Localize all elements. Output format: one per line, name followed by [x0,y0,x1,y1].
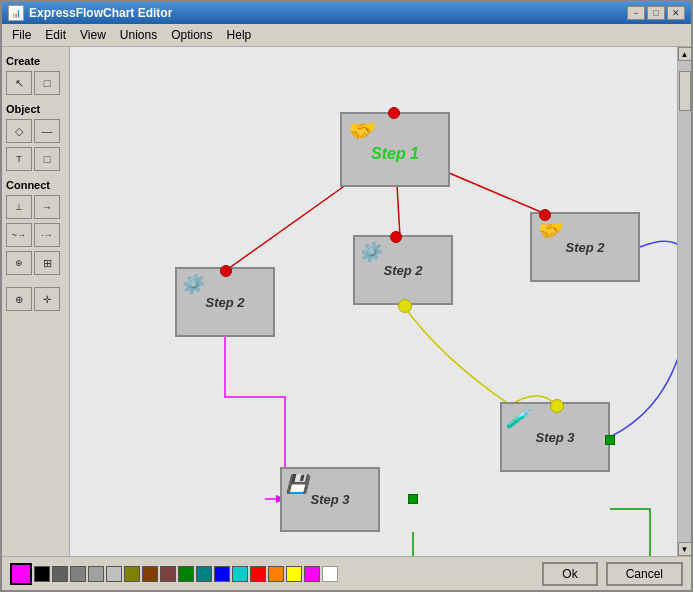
color-teal[interactable] [196,566,212,582]
cancel-button[interactable]: Cancel [606,562,683,586]
tool-conn1[interactable]: ⊥ [6,195,32,219]
node-step2c[interactable]: ⚙️ Step 2 [175,267,275,337]
tool-pan[interactable]: ✛ [34,287,60,311]
maximize-button[interactable]: □ [647,6,665,20]
tool-rect[interactable]: □ [34,71,60,95]
bottom-bar: Ok Cancel [2,556,691,590]
create-label: Create [6,55,65,67]
node3b-icon: 💾 [286,473,308,495]
node-step2a[interactable]: 🤝 Step 2 [530,212,640,282]
node-step3b[interactable]: 💾 Step 3 [280,467,380,532]
red-dot-1 [388,107,400,119]
window-controls: − □ ✕ [627,6,685,20]
color-light-gray[interactable] [106,566,122,582]
color-maroon[interactable] [160,566,176,582]
color-black[interactable] [34,566,50,582]
app-icon: 📊 [8,5,24,21]
color-palette [10,563,338,585]
red-dot-2 [539,209,551,221]
menu-file[interactable]: File [6,26,37,44]
red-dot-3 [390,231,402,243]
red-dot-4 [220,265,232,277]
tool-line[interactable]: — [34,119,60,143]
tool-box[interactable]: □ [34,147,60,171]
green-square-2 [605,435,615,445]
tool-text[interactable]: T [6,147,32,171]
connect-tools-2: ~→ ·→ [6,223,65,247]
title-bar: 📊 ExpressFlowChart Editor − □ ✕ [2,2,691,24]
ok-button[interactable]: Ok [542,562,597,586]
menu-options[interactable]: Options [165,26,218,44]
create-tools: ↖ □ [6,71,65,95]
color-red[interactable] [250,566,266,582]
zoom-tools: ⊕ ✛ [6,287,65,311]
color-yellow[interactable] [286,566,302,582]
menu-bar: File Edit View Unions Options Help [2,24,691,47]
node2a-icon: 🤝 [536,218,561,242]
node2c-label: Step 2 [205,295,244,310]
node2a-label: Step 2 [565,240,604,255]
node2b-icon: ⚙️ [359,241,381,263]
canvas-area[interactable]: 🤝 Step 1 🤝 Step 2 ⚙️ Step 2 ⚙️ Step 2 🧪 [70,47,677,556]
tool-diamond[interactable]: ◇ [6,119,32,143]
color-olive[interactable] [124,566,140,582]
color-cyan[interactable] [232,566,248,582]
color-gray[interactable] [70,566,86,582]
color-silver[interactable] [88,566,104,582]
green-square-1 [408,494,418,504]
color-green[interactable] [178,566,194,582]
color-white[interactable] [322,566,338,582]
node3b-label: Step 3 [310,492,349,507]
tool-conn5[interactable]: ⊕ [6,251,32,275]
tool-conn3[interactable]: ~→ [6,223,32,247]
color-orange[interactable] [268,566,284,582]
object-label: Object [6,103,65,115]
color-blue[interactable] [214,566,230,582]
yellow-dot-2 [550,399,564,413]
minimize-button[interactable]: − [627,6,645,20]
node1-icon: 🤝 [346,118,373,144]
object-tools-2: T □ [6,147,65,171]
scroll-thumb[interactable] [679,71,691,111]
menu-view[interactable]: View [74,26,112,44]
node3a-icon: 🧪 [506,408,528,430]
main-area: Create ↖ □ Object ◇ — T □ Connect ⊥ → ~→… [2,47,691,556]
node3a-label: Step 3 [535,430,574,445]
connect-tools-1: ⊥ → [6,195,65,219]
tool-zoom-in[interactable]: ⊕ [6,287,32,311]
color-brown[interactable] [142,566,158,582]
node-step2b[interactable]: ⚙️ Step 2 [353,235,453,305]
connect-label: Connect [6,179,65,191]
menu-unions[interactable]: Unions [114,26,163,44]
scroll-up-button[interactable]: ▲ [678,47,692,61]
node2b-label: Step 2 [383,263,422,278]
vertical-scrollbar[interactable]: ▲ ▼ [677,47,691,556]
color-magenta[interactable] [304,566,320,582]
bottom-buttons: Ok Cancel [542,562,683,586]
tool-conn2[interactable]: → [34,195,60,219]
node-step1[interactable]: 🤝 Step 1 [340,112,450,187]
left-panel: Create ↖ □ Object ◇ — T □ Connect ⊥ → ~→… [2,47,70,556]
scroll-track[interactable] [678,61,691,542]
node1-label: Step 1 [371,145,419,163]
tool-arrow[interactable]: ↖ [6,71,32,95]
menu-edit[interactable]: Edit [39,26,72,44]
connect-tools-3: ⊕ ⊞ [6,251,65,275]
tool-conn4[interactable]: ·→ [34,223,60,247]
menu-help[interactable]: Help [221,26,258,44]
main-window: 📊 ExpressFlowChart Editor − □ ✕ File Edi… [0,0,693,592]
tool-conn6[interactable]: ⊞ [34,251,60,275]
yellow-dot-1 [398,299,412,313]
node2c-icon: ⚙️ [181,273,203,295]
window-title: ExpressFlowChart Editor [29,6,172,20]
close-button[interactable]: ✕ [667,6,685,20]
object-tools-1: ◇ — [6,119,65,143]
color-dark-gray[interactable] [52,566,68,582]
active-color-swatch[interactable] [10,563,32,585]
scroll-down-button[interactable]: ▼ [678,542,692,556]
